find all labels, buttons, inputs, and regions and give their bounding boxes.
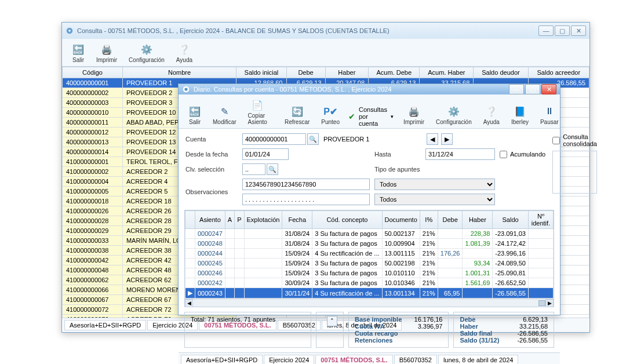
clvsel-input[interactable] xyxy=(242,163,265,175)
refresh-button[interactable]: 🔄Refrescar xyxy=(279,103,315,127)
table-row[interactable]: 000024615/09/243 Su factura de pagos10.0… xyxy=(185,268,554,278)
clvsel-lookup-button[interactable]: 🔍 xyxy=(267,163,278,175)
col-header[interactable]: Saldo acreedor xyxy=(528,67,589,78)
col-header[interactable]: Haber xyxy=(463,211,493,229)
consolidada-check[interactable]: Consulta consolidada xyxy=(552,133,597,147)
status-cell: B56070352 xyxy=(394,355,437,364)
win1-exit-button[interactable]: 🔙Salir xyxy=(67,41,90,65)
door-exit-icon: 🔙 xyxy=(188,105,201,118)
col-header[interactable]: Debe xyxy=(286,67,325,78)
col-header[interactable]: P xyxy=(235,211,244,229)
sums-panel: Debe6.629,13 Haber33.215,68 Saldo final-… xyxy=(453,312,554,348)
desde-input[interactable] xyxy=(242,148,289,160)
win1-title: Consulta - 00751 MÉTODOS, S.L. , Ejercic… xyxy=(77,27,390,34)
col-header[interactable]: Debe xyxy=(438,211,463,229)
prev-account-button[interactable]: ◀ xyxy=(427,133,438,145)
win1-min-button[interactable]: — xyxy=(538,26,554,36)
col-header[interactable]: Saldo inicial xyxy=(236,67,286,78)
col-header[interactable]: I% xyxy=(420,211,438,229)
chevron-up-icon: ˄ xyxy=(330,318,334,325)
notes-box[interactable] xyxy=(552,151,597,194)
status-cell: 00751 MÉTODOS, S.L. xyxy=(315,355,392,364)
print-button[interactable]: 🖨️Imprimir xyxy=(398,103,430,127)
win2-close-button[interactable]: ✕ xyxy=(541,84,556,94)
col-header[interactable]: Nombre xyxy=(122,67,236,78)
col-header[interactable]: Cód. concepto xyxy=(312,211,382,229)
table-row[interactable]: 000024515/09/243 Su factura de pagos50.0… xyxy=(185,259,554,268)
svg-point-3 xyxy=(184,88,187,90)
col-header[interactable]: Nº identif. xyxy=(528,211,553,229)
totals-text: Total: 71 asientos, 71 apuntes xyxy=(191,316,275,323)
win2-toolbar: 🔙Salir ✎Modificar 📄Copiar Asiento 🔄Refre… xyxy=(179,94,560,129)
acumulando-check[interactable]: Acumulando xyxy=(500,151,545,158)
punteo-button[interactable]: P✔Punteo xyxy=(316,103,345,127)
col-header[interactable]: Asiento xyxy=(195,211,225,229)
win1-max-button[interactable]: ▢ xyxy=(555,26,570,36)
col-header[interactable]: Documento xyxy=(382,211,420,229)
table-row[interactable]: 000024831/08/243 Su factura de pagos10.0… xyxy=(185,239,554,249)
obs-input-2[interactable] xyxy=(242,194,370,205)
col-header[interactable]: Código xyxy=(63,67,123,78)
win1-titlebar[interactable]: Consulta - 00751 MÉTODOS, S.L. , Ejercic… xyxy=(62,23,589,39)
status-cell: Asesoría+ED+SII+RGPD xyxy=(181,355,263,364)
scroll-thumb[interactable] xyxy=(538,300,545,306)
col-header[interactable]: A xyxy=(225,211,234,229)
col-header[interactable]: Acum. Debe xyxy=(369,67,420,78)
apuntes-grid[interactable]: AsientoAPExplotaciónFechaCód. conceptoDo… xyxy=(184,210,554,307)
scroll-left-icon[interactable]: ◀ xyxy=(185,299,193,307)
chevron-down-icon: ▾ xyxy=(391,114,394,119)
hasta-input[interactable] xyxy=(425,148,495,160)
cuenta-input[interactable] xyxy=(242,133,306,145)
win1-print-button[interactable]: 🖨️Imprimir xyxy=(91,41,122,65)
help-button[interactable]: ❔Ayuda xyxy=(478,103,505,127)
iberley-button[interactable]: 📘Iberley xyxy=(506,103,534,127)
cuenta-label: Cuenta xyxy=(185,136,238,143)
col-header[interactable]: Haber xyxy=(325,67,368,78)
table-row[interactable]: 000024415/09/244 Su rectificación de ...… xyxy=(185,249,554,259)
exit-button[interactable]: 🔙Salir xyxy=(183,103,206,127)
desde-label: Desde la fecha xyxy=(185,151,238,158)
bases-panel: Base imponible16.176,16 Cuota IVA3.396,9… xyxy=(348,312,449,348)
tipo-select-2[interactable]: Todos xyxy=(374,194,495,205)
cuenta-lookup-button[interactable]: 🔍 xyxy=(307,133,319,145)
table-row[interactable]: 000024731/08/243 Su factura de pagos50.0… xyxy=(185,229,554,239)
obs-label: Observaciones xyxy=(185,188,238,195)
tipo-select-1[interactable]: Todos xyxy=(374,179,495,190)
gear-icon: ⚙️ xyxy=(447,105,460,118)
help-icon: ❔ xyxy=(178,43,191,56)
scroll-right-icon[interactable]: ▶ xyxy=(545,299,554,307)
config-button[interactable]: ⚙️Configuración xyxy=(431,103,477,127)
table-row[interactable]: 000024230/09/243 Su factura de pagos10.0… xyxy=(185,278,554,288)
edit-button[interactable]: ✎Modificar xyxy=(208,103,242,127)
col-header[interactable] xyxy=(185,211,195,229)
col-header[interactable]: Acum. Haber xyxy=(420,67,474,78)
app-icon xyxy=(65,27,74,35)
printer-icon: 🖨️ xyxy=(407,105,420,118)
grid-scrollbar[interactable]: ◀ ▶ xyxy=(185,299,554,307)
win2-min-button[interactable]: — xyxy=(509,84,524,94)
win2-titlebar[interactable]: Diario. Consultas por cuenta - 00751 MÉT… xyxy=(179,84,560,94)
scroll-up-button[interactable]: ˄ xyxy=(327,316,337,326)
col-header[interactable]: Saldo xyxy=(493,211,529,229)
obs-input-1[interactable] xyxy=(242,179,370,190)
summary-panels: Total: 71 asientos, 71 apuntes ˄ Base im… xyxy=(184,312,554,348)
col-header[interactable]: Explotación xyxy=(244,211,282,229)
view-combo-label: Consultas por cuenta xyxy=(359,106,387,127)
printer-icon: 🖨️ xyxy=(100,43,113,56)
col-header[interactable]: Fecha xyxy=(282,211,312,229)
win1-config-button[interactable]: ⚙️Configuración xyxy=(123,41,170,65)
copy-entry-button[interactable]: 📄Copiar Asiento xyxy=(243,97,272,127)
help-icon: ❔ xyxy=(485,105,498,118)
view-combo[interactable]: ✔ Consultas por cuenta ▾ xyxy=(346,106,396,127)
win2-max-button[interactable]: ▢ xyxy=(525,84,540,94)
win1-close-button[interactable]: ✕ xyxy=(571,26,586,36)
app-icon xyxy=(182,85,190,93)
table-row[interactable]: ▶000024330/11/244 Su rectificación de ..… xyxy=(185,288,554,299)
pause-button[interactable]: ⏸Pausar xyxy=(535,103,564,127)
next-account-button[interactable]: ▶ xyxy=(441,133,453,145)
status-cell: Asesoría+ED+SII+RGPD xyxy=(64,320,146,330)
svg-point-1 xyxy=(68,30,71,32)
win1-help-button[interactable]: ❔Ayuda xyxy=(171,41,198,65)
col-header[interactable]: Saldo deudor xyxy=(474,67,528,78)
refresh-icon: 🔄 xyxy=(291,105,304,118)
